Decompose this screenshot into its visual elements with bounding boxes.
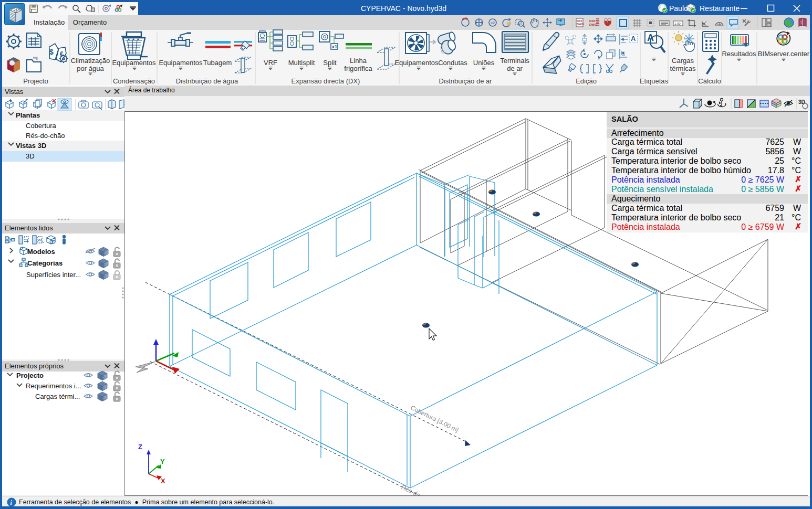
svg-text:Z: Z: [138, 443, 142, 451]
svg-text:Y: Y: [160, 458, 165, 465]
svg-text:3D: 3D: [798, 99, 805, 105]
svg-text:X: X: [161, 477, 165, 485]
svg-text:Cobertura [3.00 m]: Cobertura [3.00 m]: [409, 404, 460, 434]
